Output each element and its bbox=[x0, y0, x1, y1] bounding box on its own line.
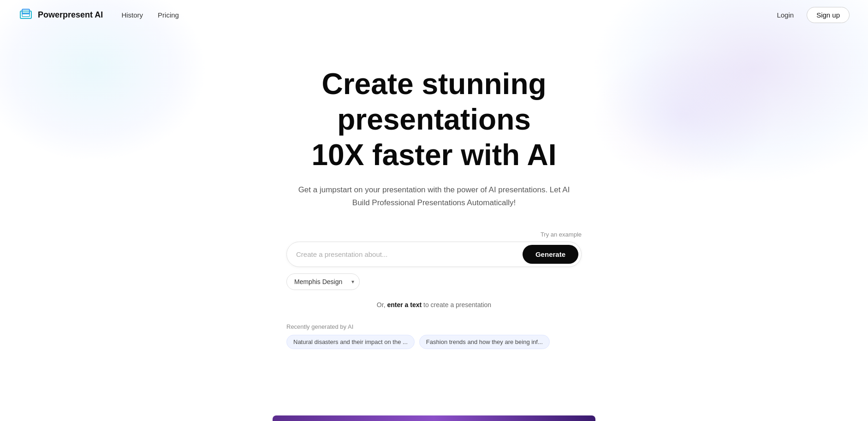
brand-name: Powerpresent AI bbox=[38, 10, 103, 20]
hero-subtitle: Get a jumpstart on your presentation wit… bbox=[296, 184, 572, 208]
try-example-label: Try an example bbox=[541, 231, 582, 238]
recently-chips: Natural disasters and their impact on th… bbox=[286, 335, 550, 349]
nav-history[interactable]: History bbox=[121, 11, 143, 19]
nav-right: Login Sign up bbox=[771, 7, 850, 23]
generate-button[interactable]: Generate bbox=[523, 245, 578, 264]
chip-2[interactable]: Fashion trends and how they are being in… bbox=[419, 335, 550, 349]
recently-label: Recently generated by AI bbox=[286, 323, 353, 330]
login-button[interactable]: Login bbox=[771, 7, 799, 23]
input-row: Generate bbox=[286, 242, 582, 267]
bottom-bar bbox=[273, 415, 595, 421]
signup-button[interactable]: Sign up bbox=[807, 7, 850, 23]
recently-section: Recently generated by AI Natural disaste… bbox=[286, 323, 582, 349]
input-section: Try an example Generate Memphis Design M… bbox=[286, 231, 582, 308]
theme-dropdown-wrapper: Memphis Design Modern Classic Minimalist… bbox=[286, 273, 360, 290]
navbar: Powerpresent AI History Pricing Login Si… bbox=[0, 0, 868, 30]
theme-dropdown[interactable]: Memphis Design Modern Classic Minimalist… bbox=[286, 273, 360, 290]
logo-link[interactable]: Powerpresent AI bbox=[18, 7, 103, 22]
nav-links: History Pricing bbox=[121, 11, 179, 19]
chip-1[interactable]: Natural disasters and their impact on th… bbox=[286, 335, 415, 349]
presentation-input[interactable] bbox=[296, 250, 523, 258]
logo-icon bbox=[18, 7, 33, 22]
or-text-line: Or, enter a text to create a presentatio… bbox=[286, 301, 582, 308]
nav-pricing[interactable]: Pricing bbox=[158, 11, 179, 19]
main-content: Create stunning presentations 10X faster… bbox=[0, 30, 868, 368]
hero-title: Create stunning presentations 10X faster… bbox=[236, 66, 632, 172]
dropdown-row: Memphis Design Modern Classic Minimalist… bbox=[286, 273, 582, 290]
